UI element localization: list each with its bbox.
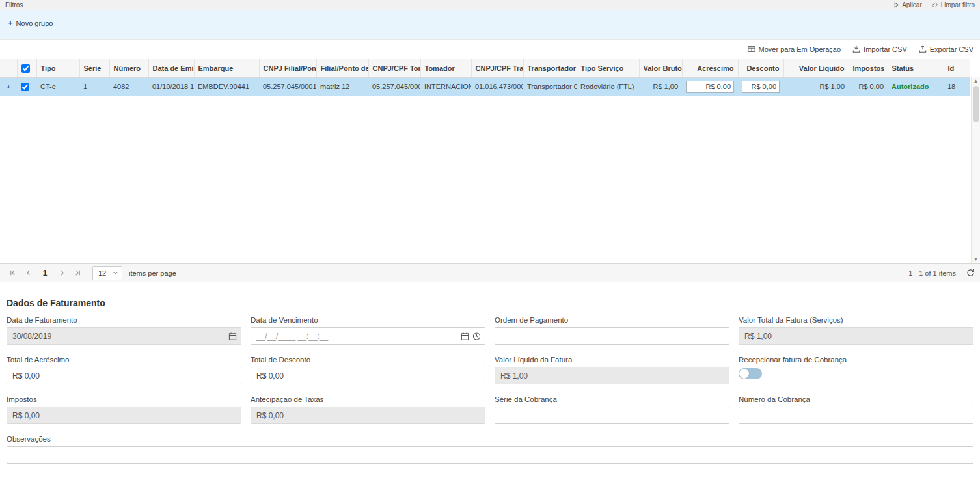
numero-cobranca-input[interactable] — [739, 407, 973, 424]
new-group-label: Novo grupo — [16, 20, 53, 27]
col-header-cnpj-transp[interactable]: CNPJ/CPF Transp... — [471, 59, 523, 77]
serie-cobranca-label: Série da Cobrança — [495, 395, 729, 403]
col-header-cnpj-tomador[interactable]: CNPJ/CPF Tomador — [368, 59, 420, 77]
chevron-down-icon — [113, 269, 118, 277]
export-csv-label: Exportar CSV — [930, 46, 973, 53]
page-number-button[interactable]: 1 — [36, 269, 53, 278]
move-to-operation-label: Mover para Em Operação — [759, 46, 841, 53]
clear-filter-label: Limpar filtro — [941, 1, 975, 8]
calendar-icon[interactable] — [228, 332, 237, 340]
cell-tipo-servico: Rodoviário (FTL) — [577, 77, 639, 96]
status-badge: Autorizado — [888, 77, 944, 96]
col-header-acrescimo[interactable]: Acréscimo — [682, 59, 738, 77]
col-header-filial[interactable]: Filial/Ponto de O... — [316, 59, 368, 77]
field-total-desconto: Total de Desconto — [251, 356, 485, 384]
refresh-icon[interactable] — [966, 269, 975, 277]
billing-form: Data de Faturamento Data de Vencimento — [7, 316, 973, 464]
antecipacao-taxas-input — [251, 407, 485, 424]
total-acrescimo-input[interactable] — [7, 367, 241, 384]
col-header-embarque[interactable]: Embarque — [194, 59, 259, 77]
col-header-tipo-servico[interactable]: Tipo Serviço — [577, 59, 639, 77]
col-header-checkbox — [17, 59, 36, 77]
pager-info: 1 - 1 of 1 items — [908, 269, 956, 277]
grid-toolbar: Mover para Em Operação Importar CSV Expo… — [0, 40, 980, 59]
col-header-data-emissao[interactable]: Data de Emiss... — [148, 59, 194, 77]
filters-bar: Filtros Aplicar Limpar filtro — [0, 0, 980, 10]
table-row[interactable]: + CT-e 1 4082 01/10/2018 11:07 EMBDEV.90… — [0, 77, 970, 96]
cell-acrescimo — [682, 77, 738, 96]
row-expand-button[interactable]: + — [0, 77, 17, 96]
col-header-valor-liquido[interactable]: Valor Líquido — [783, 59, 849, 77]
numero-cobranca-label: Número da Cobrança — [739, 395, 973, 403]
apply-filter-button[interactable]: Aplicar — [893, 1, 922, 8]
col-header-cnpj-filial[interactable]: CNPJ Filial/Ponto de ... — [259, 59, 316, 77]
select-all-checkbox[interactable] — [21, 64, 30, 73]
import-csv-button[interactable]: Importar CSV — [852, 45, 907, 54]
toggle-knob — [739, 369, 749, 379]
valor-liquido-input — [495, 367, 729, 384]
cell-embarque: EMBDEV.90441 — [194, 77, 259, 96]
page-size-select[interactable]: 12 — [92, 266, 122, 280]
data-vencimento-label: Data de Vencimento — [251, 316, 485, 324]
ordem-pagamento-input[interactable] — [495, 327, 729, 345]
cell-tomador: INTERNACIONAL E... — [420, 77, 471, 96]
first-page-button[interactable] — [5, 266, 20, 280]
cell-data-emissao: 01/10/2018 11:07 — [148, 77, 194, 96]
col-header-numero[interactable]: Número — [109, 59, 148, 77]
col-header-valor-bruto[interactable]: Valor Bruto — [639, 59, 682, 77]
col-header-tomador[interactable]: Tomador — [420, 59, 471, 77]
data-vencimento-input[interactable] — [251, 327, 485, 345]
new-group-button[interactable]: + Novo grupo — [8, 19, 53, 27]
antecipacao-taxas-label: Antecipação de Taxas — [251, 395, 485, 403]
calendar-icon[interactable] — [461, 332, 469, 340]
clock-icon[interactable] — [472, 332, 481, 340]
col-header-expand — [0, 59, 17, 77]
items-per-page-label: items per page — [129, 269, 176, 277]
filters-actions: Aplicar Limpar filtro — [893, 1, 975, 8]
page-title: Dados de Faturamento — [7, 298, 973, 308]
scroll-up-icon[interactable]: ▲ — [973, 78, 979, 85]
pager-right: 1 - 1 of 1 items — [908, 269, 975, 277]
cell-cnpj-transp: 01.016.473/0001-40 — [471, 77, 523, 96]
col-header-tipo[interactable]: Tipo — [36, 59, 79, 77]
export-csv-button[interactable]: Exportar CSV — [919, 45, 973, 54]
prev-page-button[interactable] — [21, 266, 35, 280]
field-total-acrescimo: Total de Acréscimo — [7, 356, 241, 384]
col-header-serie[interactable]: Série — [79, 59, 109, 77]
observacoes-input[interactable] — [7, 446, 973, 464]
cell-desconto — [738, 77, 783, 96]
acrescimo-input[interactable] — [686, 81, 734, 93]
col-header-impostos[interactable]: Impostos — [849, 59, 888, 77]
desconto-input[interactable] — [742, 81, 780, 93]
clear-filter-button[interactable]: Limpar filtro — [931, 1, 975, 8]
data-faturamento-input[interactable] — [7, 327, 241, 345]
col-header-transportador[interactable]: Transportador — [523, 59, 577, 77]
grid-table: Tipo Série Número Data de Emiss... Embar… — [0, 59, 970, 96]
total-desconto-input[interactable] — [251, 367, 485, 384]
row-checkbox[interactable] — [21, 83, 29, 91]
field-serie-cobranca: Série da Cobrança — [495, 395, 729, 424]
cell-valor-liquido: R$ 1,00 — [783, 77, 849, 96]
cell-cnpj-filial: 05.257.045/0001-60 — [259, 77, 316, 96]
cell-transportador: Transportador 01 — [523, 77, 577, 96]
recepcionar-cobranca-toggle[interactable] — [739, 368, 762, 379]
col-header-status[interactable]: Status — [888, 59, 944, 77]
last-page-button[interactable] — [70, 266, 85, 280]
cell-valor-bruto: R$ 1,00 — [639, 77, 682, 96]
grid-pager: 1 12 items per page 1 - 1 of 1 items — [0, 264, 980, 282]
recepcionar-cobranca-label: Recepcionar fatura de Cobrança — [739, 356, 973, 364]
scroll-down-icon[interactable]: ▼ — [973, 256, 979, 263]
col-header-desconto[interactable]: Desconto — [738, 59, 783, 77]
field-recepcionar-cobranca: Recepcionar fatura de Cobrança — [739, 356, 973, 384]
scrollbar-thumb[interactable] — [973, 86, 979, 122]
footer: Criar fatura — [0, 464, 980, 480]
cell-cnpj-tomador: 05.257.045/0001-60 — [368, 77, 420, 96]
import-icon — [852, 45, 860, 54]
move-grid-icon — [748, 46, 755, 54]
serie-cobranca-input[interactable] — [495, 407, 729, 424]
grid-vertical-scrollbar[interactable]: ▲ ▼ — [971, 77, 980, 263]
move-to-operation-button[interactable]: Mover para Em Operação — [748, 46, 841, 54]
next-page-button[interactable] — [55, 266, 69, 280]
filter-panel: + Novo grupo — [0, 10, 980, 40]
col-header-id[interactable]: Id — [944, 59, 970, 77]
